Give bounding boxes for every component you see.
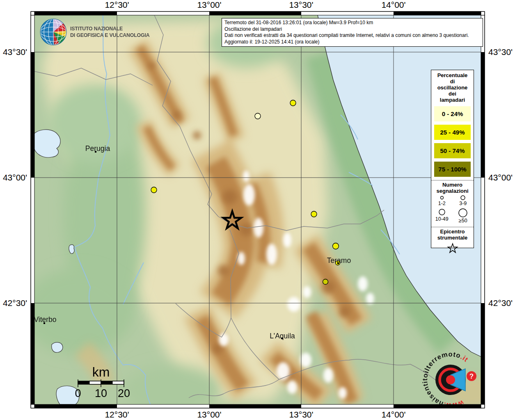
- axis-tick-top-4: 14°00': [369, 0, 418, 10]
- report-dot[interactable]: [333, 243, 339, 249]
- scale-tick: 0: [75, 387, 81, 399]
- axis-tick-left-1: 43°30': [0, 47, 27, 57]
- report-size-circle-icon: [436, 208, 448, 216]
- ingv-logo: ISTITUTO NAZIONALE DI GEOFISICA E VULCAN…: [40, 18, 154, 46]
- legend-reports-title: Numero segnalazioni: [431, 180, 474, 194]
- ingv-name-line1: ISTITUTO NAZIONALE: [70, 25, 149, 32]
- report-dot[interactable]: [290, 100, 296, 106]
- legend-epicenter-title: Epicentro strumentale: [431, 227, 474, 241]
- axis-tick-bottom-4: 14°00': [369, 410, 418, 420]
- report-size-circle-icon: [457, 194, 469, 201]
- axis-tick-right-1: 43°30': [488, 47, 515, 57]
- city-label: Teramo: [327, 256, 351, 265]
- event-info-box: Terremoto del 31-08-2016 13:26:01 (ora l…: [222, 18, 483, 47]
- axis-tick-top-1: 12°30': [92, 0, 142, 10]
- axis-tick-bottom-2: 13°00': [185, 410, 234, 420]
- legend-swatch-75-100: 75 - 100%: [434, 162, 471, 177]
- legend-panel: Percentuale di oscillazione dei lampadar…: [431, 70, 474, 248]
- legend-swatch-25-49: 25 - 49%: [434, 125, 471, 140]
- legend-swatch-0-24: 0 - 24%: [434, 106, 471, 121]
- scale-tick: 20: [118, 387, 130, 399]
- city-label: Viterbo: [34, 315, 56, 324]
- report-dot[interactable]: [151, 187, 157, 193]
- legend-intensity-title: Percentuale di oscillazione dei lampadar…: [431, 70, 474, 103]
- axis-tick-top-3: 13°30': [277, 0, 326, 10]
- city-label: L'Aquila: [270, 332, 295, 340]
- axis-tick-left-3: 42°30': [0, 298, 27, 308]
- city-label: Perugia: [85, 144, 110, 153]
- question-badge: ?: [467, 371, 476, 381]
- report-size-circle-icon: [457, 208, 469, 218]
- event-effect: Oscillazione dei lampadari: [224, 26, 480, 33]
- ingv-globe-icon: [40, 18, 67, 46]
- report-size-circle-icon: [436, 194, 448, 201]
- axis-tick-top-2: 13°00': [185, 0, 234, 10]
- terrain-layer: Perugia Teramo Viterbo L'Aquila km 0 10 …: [23, 11, 494, 414]
- legend-swatch-50-74: 50 - 74%: [434, 143, 471, 158]
- ingv-name-line2: DI GEOFISICA E VULCANOLOGIA: [70, 32, 149, 39]
- scale-tick: 10: [95, 387, 107, 399]
- event-updated-at: Aggiornato il: 19-12-2025 14:41 (ora loc…: [224, 39, 480, 46]
- axis-tick-bottom-3: 13°30': [277, 410, 326, 420]
- scale-unit: km: [92, 365, 110, 379]
- event-summary: Terremoto del 31-08-2016 13:26:01 (ora l…: [224, 20, 480, 26]
- ingv-name: ISTITUTO NAZIONALE DI GEOFISICA E VULCAN…: [70, 25, 149, 39]
- haisentitoilterremoto-map-page: { "info_box": { "line1": "Terremoto del …: [0, 0, 515, 420]
- report-dot[interactable]: [311, 211, 317, 217]
- question-mark: ?: [469, 372, 474, 380]
- epicenter-star-icon: [446, 242, 459, 255]
- event-data-note: Dati non verificati estratti da 34 quest…: [224, 32, 480, 39]
- axis-tick-bottom-1: 12°30': [92, 410, 142, 420]
- report-dot[interactable]: [323, 279, 328, 285]
- axis-tick-left-2: 43°00': [0, 173, 27, 183]
- report-dot[interactable]: [255, 113, 261, 119]
- axis-tick-right-3: 42°30': [488, 298, 515, 308]
- legend-report-sizes: 1-2 3-9 10-49 ≥50: [431, 194, 474, 224]
- axis-tick-right-2: 43°00': [488, 173, 515, 183]
